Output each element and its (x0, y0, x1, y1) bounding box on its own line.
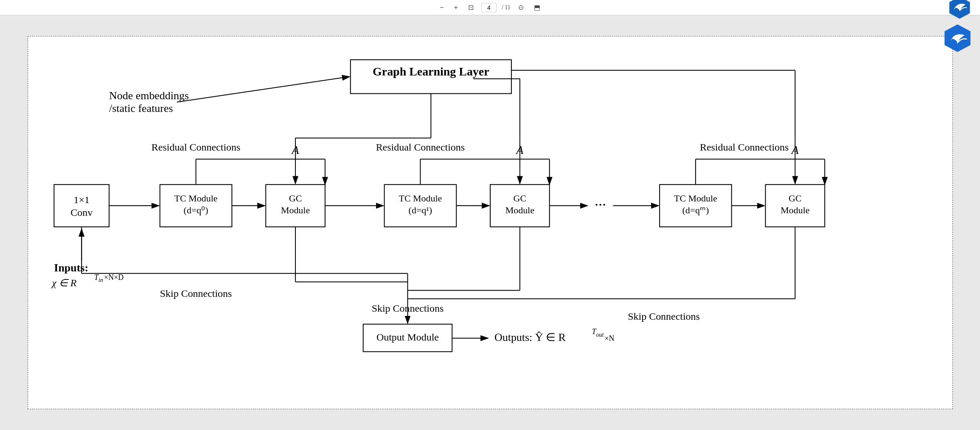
page-number-input[interactable] (481, 3, 497, 12)
svg-text:Module: Module (281, 205, 309, 215)
svg-line-49 (177, 77, 349, 102)
svg-rect-5 (54, 184, 109, 227)
svg-text:χ ∈ R: χ ∈ R (51, 277, 76, 288)
svg-text:GC: GC (789, 193, 801, 204)
toolbar: − + ⊡ / 11 ⊙ ⬒ (0, 0, 980, 15)
svg-text:TC Module: TC Module (674, 193, 717, 204)
svg-text:Skip Connections: Skip Connections (628, 311, 700, 322)
svg-text:Residual Connections: Residual Connections (151, 142, 240, 153)
main-content: Graph Learning Layer 1×1 Conv TC Module … (0, 15, 980, 430)
svg-text:1×1: 1×1 (73, 194, 89, 205)
fit-page-button[interactable]: ⊡ (466, 3, 476, 12)
svg-text:Module: Module (781, 205, 809, 215)
svg-text:(d=qᵐ): (d=qᵐ) (682, 205, 709, 215)
svg-text:Skip Connections: Skip Connections (371, 303, 444, 314)
app-logo-icon (943, 23, 972, 53)
svg-text:GC: GC (513, 193, 526, 204)
svg-text:Output Module: Output Module (376, 332, 438, 343)
svg-text:(d=q⁰): (d=q⁰) (183, 205, 208, 215)
svg-text:Module: Module (505, 205, 534, 215)
svg-text:A: A (790, 143, 799, 156)
svg-text:TC Module: TC Module (174, 193, 217, 204)
svg-text:in: in (98, 277, 103, 283)
svg-text:Residual Connections: Residual Connections (376, 142, 464, 153)
diagram-svg: Graph Learning Layer 1×1 Conv TC Module … (28, 36, 952, 409)
svg-text:out: out (596, 332, 604, 338)
svg-text:Outputs: Ŷ ∈ R: Outputs: Ŷ ∈ R (494, 331, 566, 343)
svg-text:Residual Connections: Residual Connections (699, 142, 788, 153)
svg-text:Graph Learning Layer: Graph Learning Layer (373, 65, 489, 78)
app-logo (948, 0, 972, 20)
svg-text:TC Module: TC Module (399, 193, 442, 204)
page-separator: / 11 (502, 4, 511, 11)
svg-text:/static features: /static features (109, 102, 173, 114)
rotate-button[interactable]: ⊙ (516, 3, 526, 12)
svg-text:×N×D: ×N×D (104, 273, 124, 282)
svg-text:A: A (515, 143, 524, 156)
svg-text:Skip Connections: Skip Connections (160, 288, 232, 299)
svg-text:Inputs:: Inputs: (54, 262, 88, 274)
svg-text:×N: ×N (604, 334, 614, 343)
svg-text:A: A (291, 143, 299, 156)
download-button[interactable]: ⬒ (531, 3, 543, 12)
svg-text:Node embeddings: Node embeddings (109, 89, 189, 102)
logo-container (943, 23, 972, 55)
diagram-container: Graph Learning Layer 1×1 Conv TC Module … (28, 36, 953, 409)
svg-text:···: ··· (594, 196, 606, 213)
zoom-in-button[interactable]: + (452, 3, 461, 12)
zoom-out-button[interactable]: − (437, 3, 446, 12)
svg-text:GC: GC (289, 193, 301, 204)
svg-text:Conv: Conv (70, 207, 93, 218)
svg-text:(d=q¹): (d=q¹) (408, 205, 432, 215)
